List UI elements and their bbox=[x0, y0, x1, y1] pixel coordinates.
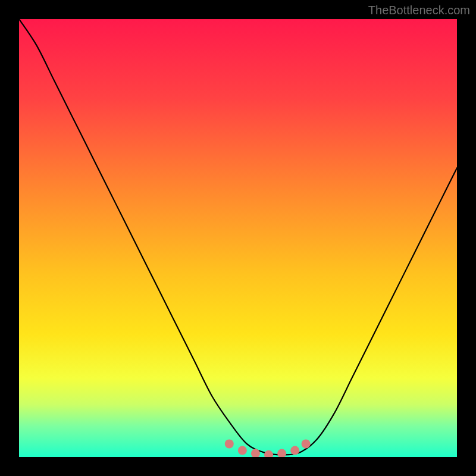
optimal-dot bbox=[238, 446, 247, 455]
optimal-dot bbox=[290, 446, 299, 455]
curve-layer bbox=[19, 19, 457, 457]
optimal-dot bbox=[302, 439, 311, 448]
optimal-dot bbox=[225, 439, 234, 448]
watermark-text: TheBottleneck.com bbox=[368, 4, 470, 17]
optimal-dot bbox=[264, 450, 273, 457]
optimal-range-dots bbox=[225, 439, 311, 457]
plot-area bbox=[19, 19, 457, 457]
chart-frame: TheBottleneck.com bbox=[0, 0, 476, 476]
optimal-dot bbox=[277, 449, 286, 457]
bottleneck-curve bbox=[19, 19, 457, 455]
